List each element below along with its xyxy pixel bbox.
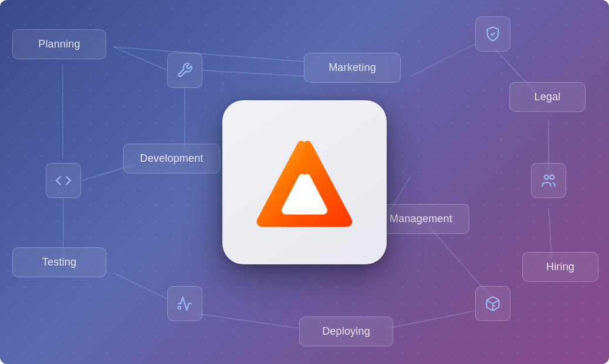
shield-icon-node bbox=[475, 16, 510, 52]
planning-node: Planning bbox=[12, 29, 106, 59]
testing-node: Testing bbox=[12, 247, 106, 277]
tools-icon-node bbox=[167, 53, 202, 88]
svg-point-19 bbox=[550, 175, 554, 179]
package-icon bbox=[485, 295, 501, 312]
hiring-node: Hiring bbox=[522, 252, 598, 282]
shield-icon bbox=[485, 26, 501, 42]
svg-line-6 bbox=[387, 311, 476, 328]
svg-line-4 bbox=[113, 273, 167, 299]
development-node: Development bbox=[123, 144, 220, 174]
svg-line-13 bbox=[202, 70, 304, 76]
svg-line-5 bbox=[197, 314, 299, 328]
analytics-icon bbox=[177, 295, 193, 312]
tools-icon bbox=[177, 62, 193, 79]
svg-point-20 bbox=[178, 307, 181, 309]
code-icon bbox=[55, 172, 72, 189]
app-logo bbox=[252, 135, 357, 229]
analytics-icon-node bbox=[167, 286, 202, 321]
background: .conn { stroke: rgba(160,200,255,0.3); s… bbox=[0, 0, 609, 364]
team-icon-node bbox=[531, 163, 566, 198]
package-icon-node bbox=[475, 286, 510, 321]
management-node: Management bbox=[373, 204, 469, 234]
svg-line-9 bbox=[411, 44, 475, 76]
team-icon bbox=[540, 172, 557, 189]
svg-point-18 bbox=[544, 175, 549, 179]
marketing-node: Marketing bbox=[304, 53, 401, 83]
svg-line-7 bbox=[428, 226, 490, 296]
svg-line-12 bbox=[549, 208, 552, 258]
deploying-node: Deploying bbox=[299, 317, 393, 346]
logo-card bbox=[222, 100, 387, 264]
code-icon-node bbox=[46, 163, 81, 198]
legal-node: Legal bbox=[509, 82, 586, 112]
